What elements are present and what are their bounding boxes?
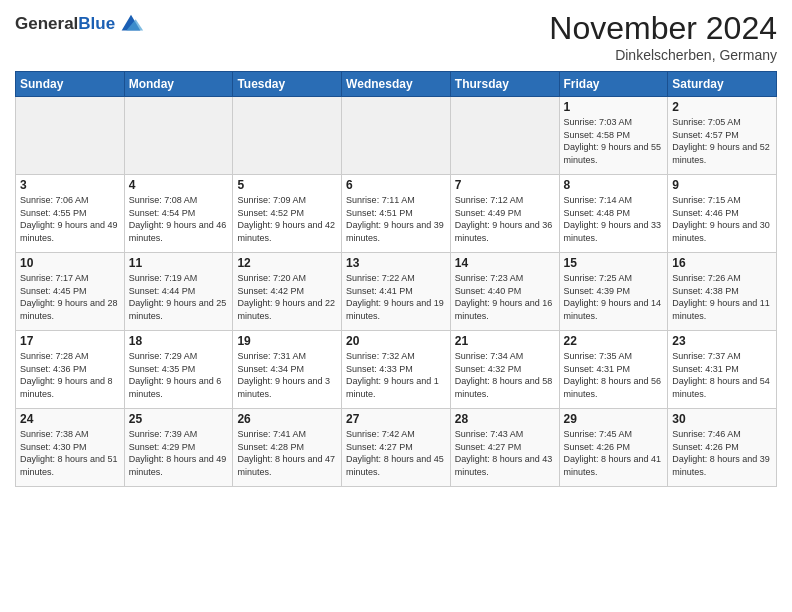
- calendar-cell: 15Sunrise: 7:25 AMSunset: 4:39 PMDayligh…: [559, 253, 668, 331]
- col-friday: Friday: [559, 72, 668, 97]
- calendar-row-1: 1Sunrise: 7:03 AMSunset: 4:58 PMDaylight…: [16, 97, 777, 175]
- day-info: Sunrise: 7:42 AMSunset: 4:27 PMDaylight:…: [346, 428, 446, 478]
- day-number: 10: [20, 256, 120, 270]
- day-info: Sunrise: 7:25 AMSunset: 4:39 PMDaylight:…: [564, 272, 664, 322]
- day-info: Sunrise: 7:26 AMSunset: 4:38 PMDaylight:…: [672, 272, 772, 322]
- calendar-cell: 26Sunrise: 7:41 AMSunset: 4:28 PMDayligh…: [233, 409, 342, 487]
- day-number: 11: [129, 256, 229, 270]
- day-number: 20: [346, 334, 446, 348]
- day-number: 19: [237, 334, 337, 348]
- day-number: 8: [564, 178, 664, 192]
- month-title: November 2024: [549, 10, 777, 47]
- day-info: Sunrise: 7:35 AMSunset: 4:31 PMDaylight:…: [564, 350, 664, 400]
- day-info: Sunrise: 7:28 AMSunset: 4:36 PMDaylight:…: [20, 350, 120, 400]
- day-number: 22: [564, 334, 664, 348]
- calendar-cell: 2Sunrise: 7:05 AMSunset: 4:57 PMDaylight…: [668, 97, 777, 175]
- logo: GeneralBlue: [15, 10, 145, 38]
- day-number: 12: [237, 256, 337, 270]
- calendar-cell: 24Sunrise: 7:38 AMSunset: 4:30 PMDayligh…: [16, 409, 125, 487]
- day-info: Sunrise: 7:22 AMSunset: 4:41 PMDaylight:…: [346, 272, 446, 322]
- day-number: 2: [672, 100, 772, 114]
- logo-blue: Blue: [78, 14, 115, 33]
- calendar-row-5: 24Sunrise: 7:38 AMSunset: 4:30 PMDayligh…: [16, 409, 777, 487]
- day-info: Sunrise: 7:09 AMSunset: 4:52 PMDaylight:…: [237, 194, 337, 244]
- calendar-cell: 30Sunrise: 7:46 AMSunset: 4:26 PMDayligh…: [668, 409, 777, 487]
- calendar-cell: 22Sunrise: 7:35 AMSunset: 4:31 PMDayligh…: [559, 331, 668, 409]
- logo-general: General: [15, 14, 78, 33]
- day-number: 24: [20, 412, 120, 426]
- location: Dinkelscherben, Germany: [549, 47, 777, 63]
- day-info: Sunrise: 7:20 AMSunset: 4:42 PMDaylight:…: [237, 272, 337, 322]
- calendar-cell: 20Sunrise: 7:32 AMSunset: 4:33 PMDayligh…: [342, 331, 451, 409]
- calendar-cell: [233, 97, 342, 175]
- col-wednesday: Wednesday: [342, 72, 451, 97]
- day-info: Sunrise: 7:41 AMSunset: 4:28 PMDaylight:…: [237, 428, 337, 478]
- calendar-cell: 19Sunrise: 7:31 AMSunset: 4:34 PMDayligh…: [233, 331, 342, 409]
- calendar-cell: 10Sunrise: 7:17 AMSunset: 4:45 PMDayligh…: [16, 253, 125, 331]
- day-number: 1: [564, 100, 664, 114]
- day-info: Sunrise: 7:46 AMSunset: 4:26 PMDaylight:…: [672, 428, 772, 478]
- day-number: 3: [20, 178, 120, 192]
- day-info: Sunrise: 7:31 AMSunset: 4:34 PMDaylight:…: [237, 350, 337, 400]
- calendar-cell: [450, 97, 559, 175]
- day-info: Sunrise: 7:19 AMSunset: 4:44 PMDaylight:…: [129, 272, 229, 322]
- calendar-cell: 4Sunrise: 7:08 AMSunset: 4:54 PMDaylight…: [124, 175, 233, 253]
- calendar-cell: 17Sunrise: 7:28 AMSunset: 4:36 PMDayligh…: [16, 331, 125, 409]
- day-number: 27: [346, 412, 446, 426]
- calendar-cell: 12Sunrise: 7:20 AMSunset: 4:42 PMDayligh…: [233, 253, 342, 331]
- calendar-row-4: 17Sunrise: 7:28 AMSunset: 4:36 PMDayligh…: [16, 331, 777, 409]
- calendar-cell: 21Sunrise: 7:34 AMSunset: 4:32 PMDayligh…: [450, 331, 559, 409]
- calendar-cell: 1Sunrise: 7:03 AMSunset: 4:58 PMDaylight…: [559, 97, 668, 175]
- day-number: 28: [455, 412, 555, 426]
- calendar-cell: 7Sunrise: 7:12 AMSunset: 4:49 PMDaylight…: [450, 175, 559, 253]
- calendar-cell: 18Sunrise: 7:29 AMSunset: 4:35 PMDayligh…: [124, 331, 233, 409]
- calendar-cell: 28Sunrise: 7:43 AMSunset: 4:27 PMDayligh…: [450, 409, 559, 487]
- col-monday: Monday: [124, 72, 233, 97]
- day-info: Sunrise: 7:45 AMSunset: 4:26 PMDaylight:…: [564, 428, 664, 478]
- day-info: Sunrise: 7:38 AMSunset: 4:30 PMDaylight:…: [20, 428, 120, 478]
- day-info: Sunrise: 7:43 AMSunset: 4:27 PMDaylight:…: [455, 428, 555, 478]
- day-info: Sunrise: 7:03 AMSunset: 4:58 PMDaylight:…: [564, 116, 664, 166]
- day-number: 16: [672, 256, 772, 270]
- logo-icon: [117, 10, 145, 38]
- day-number: 23: [672, 334, 772, 348]
- day-number: 15: [564, 256, 664, 270]
- calendar-cell: 23Sunrise: 7:37 AMSunset: 4:31 PMDayligh…: [668, 331, 777, 409]
- day-info: Sunrise: 7:37 AMSunset: 4:31 PMDaylight:…: [672, 350, 772, 400]
- calendar-cell: 3Sunrise: 7:06 AMSunset: 4:55 PMDaylight…: [16, 175, 125, 253]
- calendar-cell: 29Sunrise: 7:45 AMSunset: 4:26 PMDayligh…: [559, 409, 668, 487]
- day-info: Sunrise: 7:32 AMSunset: 4:33 PMDaylight:…: [346, 350, 446, 400]
- calendar-cell: [342, 97, 451, 175]
- calendar-cell: 5Sunrise: 7:09 AMSunset: 4:52 PMDaylight…: [233, 175, 342, 253]
- page-container: GeneralBlue November 2024 Dinkelscherben…: [0, 0, 792, 612]
- day-number: 4: [129, 178, 229, 192]
- col-sunday: Sunday: [16, 72, 125, 97]
- calendar-header-row: Sunday Monday Tuesday Wednesday Thursday…: [16, 72, 777, 97]
- day-info: Sunrise: 7:29 AMSunset: 4:35 PMDaylight:…: [129, 350, 229, 400]
- day-number: 5: [237, 178, 337, 192]
- day-number: 13: [346, 256, 446, 270]
- day-info: Sunrise: 7:17 AMSunset: 4:45 PMDaylight:…: [20, 272, 120, 322]
- col-tuesday: Tuesday: [233, 72, 342, 97]
- calendar-cell: 16Sunrise: 7:26 AMSunset: 4:38 PMDayligh…: [668, 253, 777, 331]
- day-number: 30: [672, 412, 772, 426]
- col-saturday: Saturday: [668, 72, 777, 97]
- calendar-row-3: 10Sunrise: 7:17 AMSunset: 4:45 PMDayligh…: [16, 253, 777, 331]
- day-number: 26: [237, 412, 337, 426]
- calendar-cell: 14Sunrise: 7:23 AMSunset: 4:40 PMDayligh…: [450, 253, 559, 331]
- calendar-cell: 6Sunrise: 7:11 AMSunset: 4:51 PMDaylight…: [342, 175, 451, 253]
- calendar-cell: 9Sunrise: 7:15 AMSunset: 4:46 PMDaylight…: [668, 175, 777, 253]
- day-info: Sunrise: 7:14 AMSunset: 4:48 PMDaylight:…: [564, 194, 664, 244]
- calendar-table: Sunday Monday Tuesday Wednesday Thursday…: [15, 71, 777, 487]
- day-info: Sunrise: 7:11 AMSunset: 4:51 PMDaylight:…: [346, 194, 446, 244]
- day-info: Sunrise: 7:05 AMSunset: 4:57 PMDaylight:…: [672, 116, 772, 166]
- day-number: 9: [672, 178, 772, 192]
- calendar-row-2: 3Sunrise: 7:06 AMSunset: 4:55 PMDaylight…: [16, 175, 777, 253]
- day-info: Sunrise: 7:34 AMSunset: 4:32 PMDaylight:…: [455, 350, 555, 400]
- day-number: 18: [129, 334, 229, 348]
- calendar-cell: [124, 97, 233, 175]
- col-thursday: Thursday: [450, 72, 559, 97]
- day-info: Sunrise: 7:06 AMSunset: 4:55 PMDaylight:…: [20, 194, 120, 244]
- calendar-cell: 25Sunrise: 7:39 AMSunset: 4:29 PMDayligh…: [124, 409, 233, 487]
- calendar-cell: 27Sunrise: 7:42 AMSunset: 4:27 PMDayligh…: [342, 409, 451, 487]
